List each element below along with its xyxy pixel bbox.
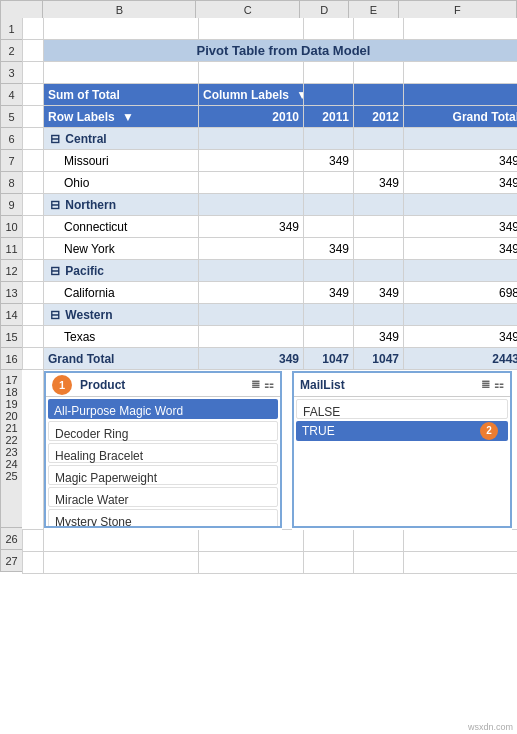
row-4: Sum of Total Column Labels ▼ [22,84,517,106]
cell-7f: 349 [404,150,517,172]
column-headers: B C D E F [0,0,517,18]
slicer-maillist-badge: 2 [480,422,498,440]
slicer-row-remainder [512,370,517,530]
collapse-icon-northern[interactable]: ⊟ [50,198,60,212]
slicer-maillist: MailList ≣ ⚏ FALSE TRUE 2 [292,371,512,528]
cell-26d [304,530,354,552]
row-num-4: 4 [0,84,22,106]
row-15: Texas 349 349 [22,326,517,348]
slicer-product-item-0[interactable]: All-Purpose Magic Word [48,399,278,419]
slicer-product-clear-icon[interactable]: ⚏ [264,378,274,391]
cell-5d: 2011 [304,106,354,128]
collapse-icon-pacific[interactable]: ⊟ [50,264,60,278]
cell-4e [354,84,404,106]
row-11: New York 349 349 [22,238,517,260]
grid-content: Pivot Table from Data Model Sum of Total… [22,18,517,734]
cell-8a [22,172,44,194]
row-num-13: 13 [0,282,22,304]
cell-27b [44,552,199,574]
cell-12c [199,260,304,282]
cell-15c [199,326,304,348]
cell-7c [199,150,304,172]
cell-13d: 349 [304,282,354,304]
row-num-3: 3 [0,62,22,84]
slicer-product-item-2[interactable]: Healing Bracelet [48,443,278,463]
cell-9f [404,194,517,216]
slicer-maillist-item-false[interactable]: FALSE [296,399,508,419]
cell-1a [22,18,44,40]
row-num-11: 11 [0,238,22,260]
cell-27c [199,552,304,574]
slicers-section: 1 Product ≣ ⚏ All-Purpose Magic Word Dec… [22,370,517,530]
slicer-product-multiselect-icon[interactable]: ≣ [251,378,260,391]
cell-12a [22,260,44,282]
slicer-maillist-item-true[interactable]: TRUE 2 [296,421,508,441]
cell-13f: 698 [404,282,517,304]
cell-9d [304,194,354,216]
cell-11c [199,238,304,260]
row-num-14: 14 [0,304,22,326]
cell-26b [44,530,199,552]
slicer-product-item-3[interactable]: Magic Paperweight [48,465,278,485]
cell-10a [22,216,44,238]
cell-16d: 1047 [304,348,354,370]
slicer-maillist-clear-icon[interactable]: ⚏ [494,378,504,391]
corner-cell [0,0,22,18]
slicer-product-item-4[interactable]: Miracle Water [48,487,278,507]
cell-9a [22,194,44,216]
row-7: Missouri 349 349 [22,150,517,172]
cell-6d [304,128,354,150]
row-num-16: 16 [0,348,22,370]
cell-9c [199,194,304,216]
row-labels-dropdown-icon[interactable]: ▼ [122,110,134,124]
cell-12f [404,260,517,282]
cell-14d [304,304,354,326]
cell-16e: 1047 [354,348,404,370]
slicer-gap [282,370,292,530]
row-num-10: 10 [0,216,22,238]
slicer-maillist-multiselect-icon[interactable]: ≣ [481,378,490,391]
row-numbers: 1 2 3 4 5 6 7 8 9 10 11 12 13 14 15 16 1… [0,18,22,734]
cell-27f [404,552,517,574]
row-12: ⊟ Pacific [22,260,517,282]
cell-3e [354,62,404,84]
cell-1f [404,18,517,40]
slicer-product: 1 Product ≣ ⚏ All-Purpose Magic Word Dec… [44,371,282,528]
cell-3d [304,62,354,84]
cell-1d [304,18,354,40]
row-num-7: 7 [0,150,22,172]
cell-26a [22,530,44,552]
row-9: ⊟ Northern [22,194,517,216]
cell-13a [22,282,44,304]
slicer-product-item-5[interactable]: Mystery Stone [48,509,278,526]
cell-13c [199,282,304,304]
row-num-26: 26 [0,528,22,550]
cell-4f [404,84,517,106]
cell-7a [22,150,44,172]
row-6: ⊟ Central [22,128,517,150]
slicer-product-item-1[interactable]: Decoder Ring [48,421,278,441]
cell-9b: ⊟ Northern [44,194,199,216]
row-10: Connecticut 349 349 [22,216,517,238]
dropdown-icon[interactable]: ▼ [296,88,304,102]
collapse-icon-western[interactable]: ⊟ [50,308,60,322]
cell-8b: Ohio [44,172,199,194]
cell-10c: 349 [199,216,304,238]
cell-11b: New York [44,238,199,260]
col-header-e: E [349,0,398,18]
cell-15b: Texas [44,326,199,348]
cell-6c [199,128,304,150]
cell-6f [404,128,517,150]
cell-16c: 349 [199,348,304,370]
cell-9e [354,194,404,216]
cell-12d [304,260,354,282]
cell-5a [22,106,44,128]
slicer-row-col-a [22,370,44,530]
row-2: Pivot Table from Data Model [22,40,517,62]
cell-15f: 349 [404,326,517,348]
collapse-icon-central[interactable]: ⊟ [50,132,60,146]
row-num-15: 15 [0,326,22,348]
cell-4b: Sum of Total [44,84,199,106]
row-16: Grand Total 349 1047 1047 2443 [22,348,517,370]
cell-15e: 349 [354,326,404,348]
